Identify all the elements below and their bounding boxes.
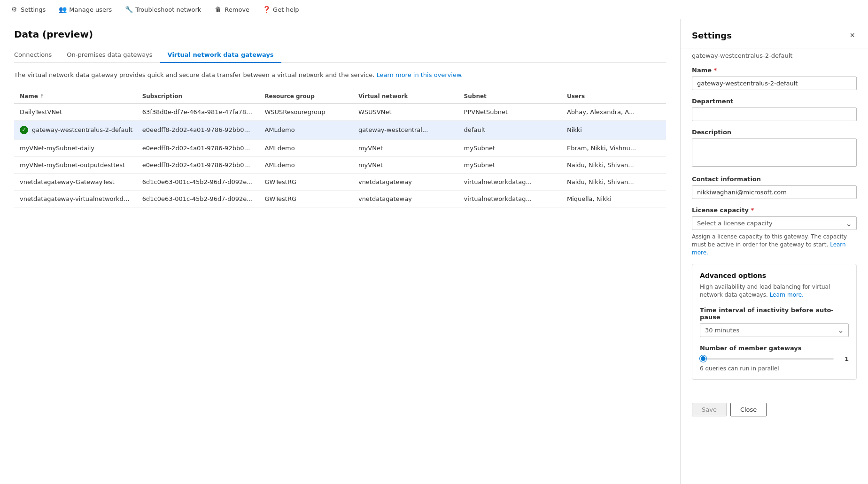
- description-label: Description: [692, 129, 857, 136]
- page-title: Data (preview): [14, 29, 666, 40]
- advanced-options-desc: High availability and load balancing for…: [700, 283, 849, 299]
- toolbar-get-help[interactable]: ❓ Get help: [262, 4, 300, 15]
- toolbar: ⚙ Settings 👥 Manage users 🔧 Troubleshoot…: [0, 0, 868, 19]
- cell-users: Naidu, Nikki, Shivan...: [561, 173, 666, 190]
- cell-resource-group: GWTestRG: [259, 190, 353, 207]
- member-gateways-slider[interactable]: [700, 358, 834, 360]
- tab-virtual-network[interactable]: Virtual network data gateways: [160, 47, 281, 63]
- cell-subscription: e0eedff8-2d02-4a01-9786-92bb0e0cb...: [137, 156, 259, 173]
- cell-virtual-network: gateway-westcentral...: [353, 120, 458, 139]
- advanced-options-title: Advanced options: [700, 272, 849, 279]
- panel-footer: Save Close: [681, 395, 868, 424]
- name-input[interactable]: [692, 77, 857, 90]
- toolbar-troubleshoot-network[interactable]: 🔧 Troubleshoot network: [124, 4, 202, 15]
- cell-resource-group: WSUSResouregroup: [259, 103, 353, 120]
- col-header-subnet: Subnet: [458, 89, 561, 104]
- panel-close-button[interactable]: ×: [848, 29, 857, 42]
- name-label: Name *: [692, 67, 857, 74]
- table-row[interactable]: myVNet-mySubnet-outputdestteste0eedff8-2…: [14, 156, 666, 173]
- toolbar-remove-label: Remove: [225, 6, 249, 13]
- cell-resource-group: GWTestRG: [259, 173, 353, 190]
- tab-description: The virtual network data gateway provide…: [14, 70, 666, 80]
- name-field-group: Name *: [692, 67, 857, 90]
- cell-subnet: mySubnet: [458, 139, 561, 156]
- time-interval-group: Time interval of inactivity before auto-…: [700, 307, 849, 337]
- panel-body: Name * Department Description Contact in…: [681, 59, 868, 395]
- toolbar-manage-users[interactable]: 👥 Manage users: [58, 4, 113, 15]
- advanced-options-box: Advanced options High availability and l…: [692, 264, 857, 380]
- department-label: Department: [692, 98, 857, 105]
- cell-subscription: 63f38d0e-df7e-464a-981e-47fa78f30861: [137, 103, 259, 120]
- advanced-learn-more-link[interactable]: Learn more.: [770, 292, 804, 298]
- table-row[interactable]: DailyTestVNet63f38d0e-df7e-464a-981e-47f…: [14, 103, 666, 120]
- toolbar-settings[interactable]: ⚙ Settings: [9, 4, 46, 15]
- learn-more-link[interactable]: Learn more in this overview.: [377, 71, 463, 78]
- table-row[interactable]: vnetdatagateway-GatewayTest6d1c0e63-001c…: [14, 173, 666, 190]
- cell-virtual-network: WSUSVNet: [353, 103, 458, 120]
- help-icon: ❓: [263, 6, 270, 13]
- tab-connections[interactable]: Connections: [14, 47, 59, 63]
- col-header-name: Name: [14, 89, 137, 104]
- remove-icon: 🗑: [214, 6, 222, 13]
- name-required: *: [714, 67, 717, 74]
- slider-row: 1: [700, 355, 849, 362]
- col-header-resource-group: Resource group: [259, 89, 353, 104]
- cell-name: vnetdatagateway-virtualnetworkdata...: [14, 190, 137, 207]
- save-button[interactable]: Save: [692, 403, 727, 416]
- cell-subscription: e0eedff8-2d02-4a01-9786-92bb0e0cb...: [137, 139, 259, 156]
- member-gateways-hint: 6 queries can run in parallel: [700, 365, 849, 372]
- col-header-virtual-network: Virtual network: [353, 89, 458, 104]
- col-header-subscription: Subscription: [137, 89, 259, 104]
- cell-subnet: virtualnetworkdatag...: [458, 190, 561, 207]
- toolbar-troubleshoot-label: Troubleshoot network: [135, 6, 201, 13]
- content-area: Data (preview) Connections On-premises d…: [0, 19, 680, 484]
- close-button[interactable]: Close: [730, 403, 767, 416]
- status-icon: ✓: [20, 126, 28, 134]
- gateways-table: Name Subscription Resource group Virtual…: [14, 89, 666, 207]
- cell-virtual-network: vnetdatagateway: [353, 190, 458, 207]
- cell-name: myVNet-mySubnet-daily: [14, 139, 137, 156]
- col-header-users: Users: [561, 89, 666, 104]
- toolbar-settings-label: Settings: [21, 6, 46, 13]
- toolbar-remove[interactable]: 🗑 Remove: [213, 4, 250, 15]
- time-interval-select-wrapper: 30 minutes 15 minutes 60 minutes: [700, 323, 849, 337]
- toolbar-manage-users-label: Manage users: [69, 6, 112, 13]
- department-field-group: Department: [692, 98, 857, 121]
- member-gateways-label: Number of member gateways: [700, 345, 849, 352]
- panel-title: Settings: [692, 31, 732, 40]
- cell-virtual-network: myVNet: [353, 139, 458, 156]
- manage-users-icon: 👥: [59, 6, 66, 13]
- toolbar-get-help-label: Get help: [273, 6, 299, 13]
- cell-name: DailyTestVNet: [14, 103, 137, 120]
- time-interval-label: Time interval of inactivity before auto-…: [700, 307, 849, 321]
- main-layout: Data (preview) Connections On-premises d…: [0, 19, 868, 484]
- cell-resource-group: AMLdemo: [259, 139, 353, 156]
- license-field-group: License capacity * Select a license capa…: [692, 207, 857, 256]
- cell-users: Miquella, Nikki: [561, 190, 666, 207]
- table-row[interactable]: vnetdatagateway-virtualnetworkdata...6d1…: [14, 190, 666, 207]
- panel-subtitle: gateway-westcentralus-2-default: [681, 48, 868, 59]
- contact-input[interactable]: [692, 185, 857, 199]
- member-gateways-container: Number of member gateways 1 6 queries ca…: [700, 345, 849, 372]
- tab-on-premises[interactable]: On-premises data gateways: [59, 47, 160, 63]
- cell-users: Naidu, Nikki, Shivan...: [561, 156, 666, 173]
- department-input[interactable]: [692, 108, 857, 121]
- table-row[interactable]: ✓gateway-westcentralus-2-default⚙···e0ee…: [14, 120, 666, 139]
- cell-users: Ebram, Nikki, Vishnu...: [561, 139, 666, 156]
- license-select[interactable]: Select a license capacity: [692, 216, 857, 230]
- table-row[interactable]: myVNet-mySubnet-dailye0eedff8-2d02-4a01-…: [14, 139, 666, 156]
- cell-subnet: mySubnet: [458, 156, 561, 173]
- description-textarea[interactable]: [692, 138, 857, 167]
- license-label: License capacity *: [692, 207, 857, 214]
- cell-name: myVNet-mySubnet-outputdesttest: [14, 156, 137, 173]
- contact-label: Contact information: [692, 176, 857, 183]
- license-select-wrapper: Select a license capacity: [692, 216, 857, 230]
- license-required: *: [751, 207, 754, 214]
- time-interval-select[interactable]: 30 minutes 15 minutes 60 minutes: [700, 323, 849, 337]
- settings-panel: Settings × gateway-westcentralus-2-defau…: [680, 19, 868, 484]
- description-field-group: Description: [692, 129, 857, 168]
- cell-virtual-network: vnetdatagateway: [353, 173, 458, 190]
- row-name-label: gateway-westcentralus-2-default: [32, 126, 132, 133]
- cell-subnet: virtualnetworkdatag...: [458, 173, 561, 190]
- license-hint: Assign a license capacity to this gatewa…: [692, 233, 857, 256]
